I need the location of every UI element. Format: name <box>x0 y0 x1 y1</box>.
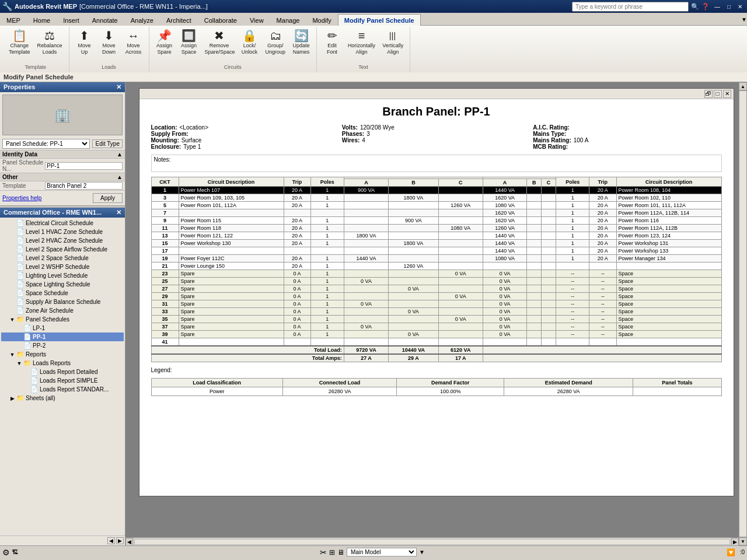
circuit-row[interactable]: 9 Power Room 115 20 A 1 900 VA 1620 VA 1… <box>151 217 721 225</box>
template-value[interactable] <box>45 182 123 190</box>
tree-item-level2-space[interactable]: 📄 Level 2 Space Schedule <box>1 254 124 262</box>
other-collapse-icon[interactable]: ▲ <box>117 174 123 180</box>
circuit-row[interactable]: 11 Power Room 118 20 A 1 1080 VA 1260 VA… <box>151 225 721 232</box>
circuit-row[interactable]: 27 Spare 0 A 1 0 VA 0 VA -- -- Space <box>151 285 721 293</box>
circuit-row[interactable]: 23 Spare 0 A 1 0 VA 0 VA -- -- Space <box>151 270 721 278</box>
group-ungroup-button[interactable]: 🗂 Group/Ungroup <box>263 28 289 57</box>
tree-item-loads-reports[interactable]: ▼ 📁 Loads Reports <box>1 359 124 368</box>
apply-button[interactable]: Apply <box>93 193 123 203</box>
close-button[interactable]: ✕ <box>735 4 745 10</box>
tree-item-space-lighting[interactable]: 📄 Space Lighting Schedule <box>1 280 124 289</box>
circuit-row[interactable]: 31 Spare 0 A 1 0 VA 0 VA -- -- Space <box>151 300 721 308</box>
tab-insert[interactable]: Insert <box>57 14 86 26</box>
panel-schedule-n-value[interactable] <box>45 162 123 170</box>
tab-manage[interactable]: Manage <box>270 14 306 26</box>
search-icon[interactable]: 🔍 <box>691 3 699 10</box>
circuit-row[interactable]: 25 Spare 0 A 1 0 VA 0 VA -- -- Space <box>151 278 721 285</box>
panel-schedule-select[interactable]: Panel Schedule: PP-1 <box>2 139 90 149</box>
lock-unlock-button[interactable]: 🔒 Lock/Unlock <box>238 28 261 57</box>
help-icon[interactable]: ❓ <box>701 3 710 10</box>
edit-type-button[interactable]: Edit Type <box>92 139 123 148</box>
horizontally-align-button[interactable]: ≡ HorizontallyAlign <box>345 28 378 57</box>
monitor-icon[interactable]: 🖥 <box>337 548 344 556</box>
tab-mep[interactable]: MEP <box>0 14 27 26</box>
properties-close-icon[interactable]: ✕ <box>116 83 121 91</box>
tree-scroll-bar[interactable]: ◀ ▶ <box>0 536 125 545</box>
tree-item-electrical-circuit-schedule[interactable]: 📄 Electrical Circuit Schedule <box>1 219 124 228</box>
identity-data-collapse-icon[interactable]: ▲ <box>117 151 123 158</box>
tree-panel[interactable]: 📄 Electrical Circuit Schedule 📄 Level 1 … <box>0 218 125 536</box>
circuit-row[interactable]: 41 <box>151 338 721 346</box>
rebalance-loads-button[interactable]: ⚖ RebalanceLoads <box>34 28 65 57</box>
circuit-row[interactable]: 15 Power Workshop 130 20 A 1 1800 VA 144… <box>151 240 721 247</box>
circuit-row[interactable]: 7 1620 VA 1 20 A Power Room 112A, 112B, … <box>151 209 721 217</box>
expand-ribbon-icon[interactable]: ▼ <box>741 16 747 23</box>
doc-restore-icon[interactable]: 🗗 <box>704 90 713 98</box>
tree-item-pp1[interactable]: 📄 PP-1 <box>1 332 124 341</box>
circuit-row[interactable]: 13 Power Room 121, 122 20 A 1 1800 VA 14… <box>151 232 721 240</box>
circuit-row[interactable]: 3 Power Room 109, 103, 105 20 A 1 1800 V… <box>151 194 721 202</box>
tree-item-level1-hvac[interactable]: 📄 Level 1 HVAC Zone Schedule <box>1 228 124 236</box>
scroll-left-icon[interactable]: ◀ <box>107 537 115 544</box>
circuit-row[interactable]: 5 Power Room 101, 112A 20 A 1 1260 VA 10… <box>151 202 721 209</box>
vertical-scrollbar[interactable]: ▲ ▼ <box>739 82 747 545</box>
tab-architect[interactable]: Architect <box>160 14 198 26</box>
remove-spare-space-button[interactable]: ✖ RemoveSpare/Space <box>202 28 237 57</box>
tree-item-sheets-all[interactable]: ▶ 📁 Sheets (all) <box>1 394 124 402</box>
tab-home[interactable]: Home <box>27 14 57 26</box>
tree-item-loads-detailed[interactable]: 📄 Loads Report Detailed <box>1 368 124 376</box>
status-revit-icon[interactable]: 🏗 <box>12 549 18 555</box>
tree-item-loads-standard[interactable]: 📄 Loads Report STANDAR... <box>1 385 124 394</box>
vertically-align-button[interactable]: ⫼ VerticallyAlign <box>379 28 406 57</box>
assign-space-button[interactable]: 🔲 AssignSpace <box>177 28 201 57</box>
model-dropdown-icon[interactable]: ▼ <box>419 549 425 555</box>
tree-item-level2-wshp[interactable]: 📄 Level 2 WSHP Schedule <box>1 262 124 271</box>
tree-item-lp1[interactable]: 📄 LP-1 <box>1 324 124 332</box>
tab-analyze[interactable]: Analyze <box>124 14 160 26</box>
status-gear-icon[interactable]: ⚙ <box>2 548 10 557</box>
tab-annotate[interactable]: Annotate <box>86 14 124 26</box>
tab-modify[interactable]: Modify <box>306 14 337 26</box>
scroll-right-btn[interactable]: ▶ <box>731 538 739 546</box>
assign-spare-button[interactable]: 📌 AssignSpare <box>153 28 176 57</box>
tab-modify-panel-schedule[interactable]: Modify Panel Schedule <box>338 14 421 26</box>
circuit-row[interactable]: 1 Power Mech 107 20 A 1 900 VA 1440 VA 1… <box>151 187 721 194</box>
circuit-row[interactable]: 17 1440 VA 1 20 A Power Workshop 133 <box>151 247 721 255</box>
circuit-row[interactable]: 19 Power Foyer 112C 20 A 1 1440 VA 1080 … <box>151 255 721 262</box>
circuit-row[interactable]: 33 Spare 0 A 1 0 VA 0 VA -- -- Space <box>151 308 721 316</box>
filter-icon[interactable]: 🔽 <box>727 548 735 556</box>
move-across-button[interactable]: ↔ MoveAcross <box>122 28 145 57</box>
doc-close-icon[interactable]: ✕ <box>723 90 731 98</box>
doc-max-icon[interactable]: □ <box>714 90 722 98</box>
tree-item-zone-air[interactable]: 📄 Zone Air Schedule <box>1 306 124 315</box>
tree-item-space-schedule[interactable]: 📄 Space Schedule <box>1 289 124 298</box>
tab-collaborate[interactable]: Collaborate <box>198 14 243 26</box>
update-names-button[interactable]: 🔄 UpdateNames <box>289 28 313 57</box>
circuit-row[interactable]: 29 Spare 0 A 1 0 VA 0 VA -- -- Space <box>151 293 721 300</box>
tree-item-panel-schedules[interactable]: ▼ 📁 Panel Schedules <box>1 315 124 324</box>
max-button[interactable]: □ <box>725 4 733 10</box>
tab-view[interactable]: View <box>243 14 270 26</box>
search-input[interactable] <box>572 2 689 12</box>
scroll-down-button[interactable]: ▼ <box>739 537 747 545</box>
change-template-button[interactable]: 📋 ChangeTemplate <box>6 28 33 57</box>
circuit-row[interactable]: 37 Spare 0 A 1 0 VA 0 VA -- -- Space <box>151 323 721 331</box>
scroll-left-btn[interactable]: ◀ <box>125 538 133 546</box>
edit-font-button[interactable]: ✏ EditFont <box>320 28 344 57</box>
tree-item-lighting-level[interactable]: 📄 Lighting Level Schedule <box>1 271 124 280</box>
circuit-row[interactable]: 35 Spare 0 A 1 0 VA 0 VA -- -- Space <box>151 316 721 323</box>
tree-item-level2-space-airflow[interactable]: 📄 Level 2 Space Airflow Schedule <box>1 245 124 254</box>
tree-panel-close-icon[interactable]: ✕ <box>116 209 121 216</box>
tree-item-level2-hvac[interactable]: 📄 Level 2 HVAC Zone Schedule <box>1 236 124 245</box>
scroll-right-icon[interactable]: ▶ <box>116 537 124 544</box>
grid-icon[interactable]: ⊞ <box>329 548 335 556</box>
properties-help-link[interactable]: Properties help <box>2 195 41 201</box>
tree-item-loads-simple[interactable]: 📄 Loads Report SIMPLE <box>1 376 124 385</box>
scroll-up-button[interactable]: ▲ <box>739 82 747 90</box>
circuit-row[interactable]: 39 Spare 0 A 1 0 VA 0 VA -- -- Space <box>151 331 721 338</box>
model-select[interactable]: Main Model <box>347 548 417 556</box>
move-down-button[interactable]: ⬇ MoveDown <box>97 28 121 57</box>
move-up-button[interactable]: ⬆ MoveUp <box>73 28 96 57</box>
tree-item-reports[interactable]: ▼ 📁 Reports <box>1 350 124 359</box>
tree-item-pp2[interactable]: 📄 PP-2 <box>1 341 124 350</box>
